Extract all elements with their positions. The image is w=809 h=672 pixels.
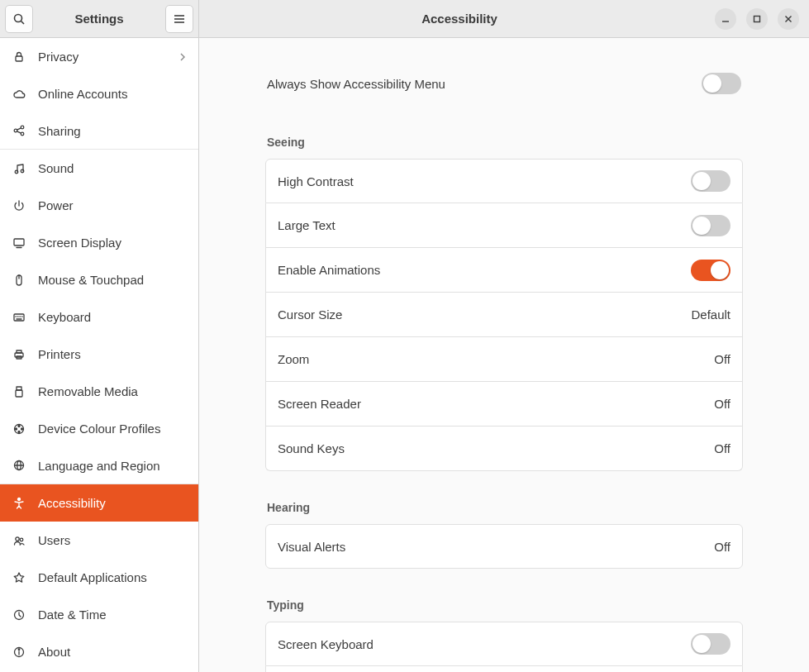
svg-point-36 xyxy=(18,498,21,500)
sidebar-item-label: About xyxy=(38,645,70,659)
lock-icon xyxy=(12,50,26,64)
screen-keyboard-switch[interactable] xyxy=(691,633,730,655)
cursor-size-label: Cursor Size xyxy=(278,307,691,322)
sidebar-item-label: Accessibility xyxy=(38,496,106,510)
large-text-label: Large Text xyxy=(278,218,691,232)
sound-keys-label: Sound Keys xyxy=(278,441,714,455)
hamburger-icon xyxy=(173,12,186,26)
music-icon xyxy=(12,162,26,175)
sidebar-header: Settings xyxy=(0,0,198,38)
sidebar-item-privacy[interactable]: Privacy xyxy=(0,38,198,75)
colour-icon xyxy=(12,422,26,436)
sidebar-item-label: Power xyxy=(38,198,74,212)
sidebar-item-label: Online Accounts xyxy=(38,87,127,101)
row-visual-alerts[interactable]: Visual Alerts Off xyxy=(265,524,743,569)
sidebar-item-accessibility[interactable]: Accessibility xyxy=(0,484,198,522)
svg-point-0 xyxy=(15,14,22,21)
chevron-right-icon xyxy=(178,53,187,61)
sidebar-item-mouse-touchpad[interactable]: Mouse & Touchpad xyxy=(0,261,198,298)
svg-line-10 xyxy=(17,131,21,133)
svg-point-30 xyxy=(21,428,23,430)
sidebar-item-label: Device Colour Profiles xyxy=(38,422,160,436)
sidebar-item-screen-display[interactable]: Screen Display xyxy=(0,224,198,261)
row-high-contrast[interactable]: High Contrast xyxy=(265,159,743,203)
content: Accessibility Always Show Accessibility … xyxy=(199,0,809,672)
sidebar-item-default-applications[interactable]: Default Applications xyxy=(0,559,198,596)
sidebar-item-label: Users xyxy=(38,533,70,547)
sidebar-item-label: Sharing xyxy=(38,124,81,138)
always-show-label: Always Show Accessibility Menu xyxy=(267,77,702,91)
clock-icon xyxy=(12,608,26,622)
sidebar-item-language-and-region[interactable]: Language and Region xyxy=(0,447,198,484)
enable-animations-switch[interactable] xyxy=(691,260,730,281)
sidebar-item-label: Screen Display xyxy=(38,236,121,250)
sidebar-item-removable-media[interactable]: Removable Media xyxy=(0,373,198,410)
always-show-switch[interactable] xyxy=(702,73,741,94)
minimize-icon xyxy=(721,15,730,23)
sidebar-item-label: Default Applications xyxy=(38,570,147,584)
sidebar-item-sharing[interactable]: Sharing xyxy=(0,112,198,150)
svg-point-38 xyxy=(20,538,23,541)
sidebar-item-label: Removable Media xyxy=(38,384,138,398)
users-icon xyxy=(12,534,26,547)
search-icon xyxy=(12,12,26,26)
svg-point-31 xyxy=(18,431,20,432)
accessibility-icon xyxy=(12,497,26,510)
cursor-size-value: Default xyxy=(691,307,730,322)
usb-icon xyxy=(12,385,26,398)
screen-reader-label: Screen Reader xyxy=(278,397,714,411)
row-cursor-size[interactable]: Cursor Size Default xyxy=(265,293,743,337)
row-enable-animations[interactable]: Enable Animations xyxy=(265,248,743,293)
menu-button[interactable] xyxy=(165,5,193,33)
close-button[interactable] xyxy=(778,8,799,30)
maximize-icon xyxy=(753,15,761,23)
row-large-text[interactable]: Large Text xyxy=(265,203,743,248)
search-button[interactable] xyxy=(5,5,33,33)
maximize-button[interactable] xyxy=(746,8,768,30)
sidebar-item-label: Mouse & Touchpad xyxy=(38,273,144,287)
mouse-icon xyxy=(12,274,26,287)
sidebar-item-device-colour-profiles[interactable]: Device Colour Profiles xyxy=(0,410,198,447)
sound-keys-value: Off xyxy=(714,441,730,455)
minimize-button[interactable] xyxy=(715,8,736,30)
svg-line-9 xyxy=(17,128,21,130)
keyboard-icon xyxy=(12,311,26,324)
power-icon xyxy=(12,199,26,212)
row-screen-reader[interactable]: Screen Reader Off xyxy=(265,382,743,427)
row-zoom[interactable]: Zoom Off xyxy=(265,337,743,382)
svg-rect-5 xyxy=(16,56,22,61)
section-title-seeing: Seeing xyxy=(267,136,743,149)
globe-icon xyxy=(12,459,26,472)
sidebar-item-label: Sound xyxy=(38,161,74,175)
sidebar-item-users[interactable]: Users xyxy=(0,522,198,559)
sidebar-item-power[interactable]: Power xyxy=(0,187,198,224)
row-screen-keyboard[interactable]: Screen Keyboard xyxy=(265,622,743,666)
sidebar-item-printers[interactable]: Printers xyxy=(0,336,198,373)
sidebar-item-sound[interactable]: Sound xyxy=(0,150,198,187)
svg-line-1 xyxy=(21,21,25,24)
printer-icon xyxy=(12,348,26,361)
sidebar-item-about[interactable]: About xyxy=(0,633,198,670)
sidebar-item-label: Privacy xyxy=(38,50,79,64)
sidebar: Settings Privacy Online Accounts Sharing… xyxy=(0,0,199,672)
svg-point-29 xyxy=(18,425,20,427)
sidebar-item-keyboard[interactable]: Keyboard xyxy=(0,298,198,336)
svg-rect-44 xyxy=(754,16,760,21)
large-text-switch[interactable] xyxy=(691,215,730,236)
enable-animations-label: Enable Animations xyxy=(278,263,691,277)
high-contrast-switch[interactable] xyxy=(691,170,730,192)
row-repeat-keys[interactable]: Repeat Keys On xyxy=(265,666,743,672)
svg-point-32 xyxy=(16,428,17,430)
svg-rect-24 xyxy=(17,350,21,353)
sidebar-item-label: Date & Time xyxy=(38,608,107,622)
section-title-hearing: Hearing xyxy=(267,501,743,514)
sidebar-item-online-accounts[interactable]: Online Accounts xyxy=(0,75,198,112)
svg-point-12 xyxy=(21,169,24,173)
close-icon xyxy=(784,15,792,23)
visual-alerts-label: Visual Alerts xyxy=(278,540,714,554)
row-sound-keys[interactable]: Sound Keys Off xyxy=(265,427,743,471)
share-icon xyxy=(12,124,26,137)
sidebar-item-date-time[interactable]: Date & Time xyxy=(0,596,198,633)
content-header: Accessibility xyxy=(199,0,809,38)
cloud-icon xyxy=(12,88,26,101)
